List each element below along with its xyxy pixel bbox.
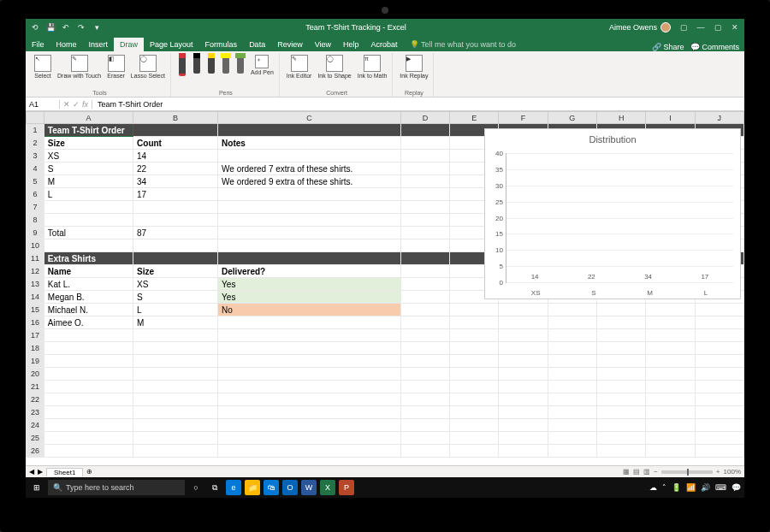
cell[interactable] [450,329,499,342]
row-header[interactable]: 12 [27,265,44,278]
view-break-icon[interactable]: ▥ [643,468,650,476]
cell[interactable] [218,329,401,342]
tab-review[interactable]: Review [271,38,309,51]
row-header[interactable]: 15 [27,304,44,316]
eraser-tool[interactable]: ◧Eraser [105,53,127,80]
cell[interactable] [218,406,401,419]
cell[interactable] [133,406,218,419]
spreadsheet-grid[interactable]: ABCDEFGHIJ 1Team T-Shirt Order2SizeCount… [26,111,744,465]
cell[interactable] [44,393,133,406]
cell[interactable]: Kat L. [44,278,133,291]
save-icon[interactable]: 💾 [44,21,56,33]
cell[interactable] [133,381,218,393]
cell[interactable] [400,406,449,419]
cell[interactable] [44,419,133,432]
cell[interactable] [695,329,743,342]
cell[interactable] [695,432,743,445]
row-header[interactable]: 17 [27,329,44,342]
cell[interactable] [133,239,218,252]
tab-help[interactable]: Help [337,38,365,51]
taskbar-search[interactable]: 🔍 Type here to search [48,480,185,495]
tab-home[interactable]: Home [50,38,83,51]
cell[interactable] [646,406,695,419]
cell[interactable]: We ordered 7 extra of these shirts. [218,163,401,175]
select-all-corner[interactable] [27,112,44,124]
row-header[interactable]: 23 [27,406,44,419]
task-view-icon[interactable]: ⧉ [207,480,222,495]
cell[interactable] [400,150,449,163]
cell[interactable] [548,342,596,355]
cell[interactable] [218,381,401,393]
lasso-tool[interactable]: ◯Lasso Select [129,53,167,80]
tab-data[interactable]: Data [243,38,271,51]
outlook-icon[interactable]: O [282,480,298,495]
wifi-icon[interactable]: 📶 [686,483,696,492]
cell[interactable]: Aimee O. [44,316,133,329]
volume-icon[interactable]: 🔊 [701,483,710,492]
cell[interactable] [450,393,499,406]
cell[interactable] [218,355,401,368]
cell[interactable] [548,432,596,445]
row-header[interactable]: 20 [27,368,44,381]
cell[interactable] [548,406,596,419]
cell[interactable] [44,214,133,227]
column-header-A[interactable]: A [44,112,133,124]
cell[interactable] [646,419,695,432]
row-header[interactable]: 21 [27,381,44,393]
action-center-icon[interactable]: 💬 [732,483,741,492]
cell[interactable] [646,393,695,406]
row-header[interactable]: 10 [27,239,44,252]
cell[interactable]: Michael N. [44,304,133,316]
row-header[interactable]: 3 [27,150,44,163]
cell[interactable] [646,445,695,458]
cell[interactable]: Total [44,227,133,239]
cloud-icon[interactable]: ☁ [649,483,657,492]
cell[interactable] [218,188,401,201]
column-header-I[interactable]: I [646,112,695,124]
cell[interactable] [218,419,401,432]
cell[interactable] [596,329,645,342]
cell[interactable] [596,368,645,381]
cell[interactable] [695,355,743,368]
word-icon[interactable]: W [301,480,317,495]
cell[interactable] [450,445,499,458]
cell[interactable]: L [133,304,218,316]
cell[interactable] [450,381,499,393]
cell[interactable] [695,304,743,316]
store-icon[interactable]: 🛍 [264,480,279,495]
cell[interactable] [695,393,743,406]
cell[interactable] [695,342,743,355]
cell[interactable] [133,201,218,214]
cell[interactable] [450,432,499,445]
cell[interactable] [646,304,695,316]
cell[interactable] [646,316,695,329]
cell[interactable] [646,355,695,368]
row-header[interactable]: 5 [27,175,44,188]
cell[interactable] [133,342,218,355]
cell[interactable] [44,368,133,381]
cell[interactable] [450,342,499,355]
user-name[interactable]: Aimee Owens [609,23,657,32]
cell[interactable] [450,304,499,316]
row-header[interactable]: 11 [27,252,44,265]
keyboard-icon[interactable]: ⌨ [715,483,726,492]
sheet-nav-prev-icon[interactable]: ◀ [29,468,34,476]
row-header[interactable]: 9 [27,227,44,239]
cell[interactable] [548,368,596,381]
cell[interactable]: L [44,188,133,201]
cancel-formula-icon[interactable]: ✕ [63,100,70,109]
cell[interactable] [499,381,548,393]
new-sheet-icon[interactable]: ⊕ [86,468,92,476]
edge-icon[interactable]: e [226,480,241,495]
cell[interactable] [400,137,449,150]
cell[interactable] [218,201,401,214]
share-button[interactable]: 🔗 Share [652,43,684,51]
cell[interactable] [133,124,218,137]
cell[interactable]: Size [133,265,218,278]
pen-red[interactable] [176,53,188,77]
column-header-C[interactable]: C [218,112,401,124]
zoom-out-icon[interactable]: − [654,468,658,476]
cell[interactable] [548,355,596,368]
cell[interactable] [646,329,695,342]
window-minimize-icon[interactable]: — [695,23,707,32]
